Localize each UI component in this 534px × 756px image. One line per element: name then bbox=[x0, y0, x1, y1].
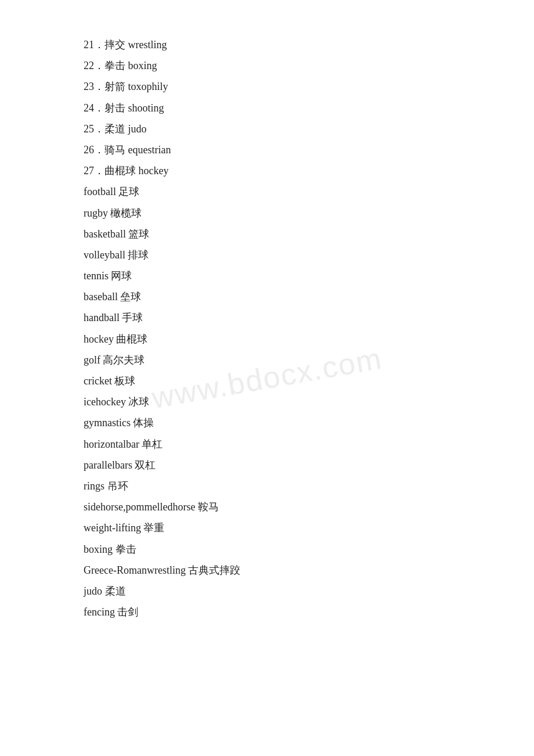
plain-list-item: tennis 网球 bbox=[84, 266, 450, 286]
numbered-list-item: 23．射箭 toxophily bbox=[84, 77, 450, 96]
plain-list-item: basketball 篮球 bbox=[84, 224, 450, 244]
plain-list-item: boxing 拳击 bbox=[84, 539, 450, 559]
plain-list-item: handball 手球 bbox=[84, 308, 450, 327]
numbered-list-item: 26．骑马 equestrian bbox=[84, 140, 450, 160]
plain-list-item: football 足球 bbox=[84, 182, 450, 201]
numbered-list: 21．摔交 wrestling22．拳击 boxing23．射箭 toxophi… bbox=[84, 35, 450, 181]
page-content: 21．摔交 wrestling22．拳击 boxing23．射箭 toxophi… bbox=[0, 0, 534, 658]
plain-list-item: rings 吊环 bbox=[84, 476, 450, 496]
plain-list-item: horizontalbar 单杠 bbox=[84, 434, 450, 454]
plain-list-item: cricket 板球 bbox=[84, 371, 450, 391]
plain-list-item: sidehorse,pommelledhorse 鞍马 bbox=[84, 497, 450, 517]
plain-list-item: hockey 曲棍球 bbox=[84, 329, 450, 349]
plain-list-item: golf 高尔夫球 bbox=[84, 350, 450, 370]
plain-list-item: weight-lifting 举重 bbox=[84, 518, 450, 538]
numbered-list-item: 25．柔道 judo bbox=[84, 119, 450, 139]
plain-list-item: parallelbars 双杠 bbox=[84, 455, 450, 475]
plain-list-item: baseball 垒球 bbox=[84, 287, 450, 307]
numbered-list-item: 21．摔交 wrestling bbox=[84, 35, 450, 55]
numbered-list-item: 27．曲棍球 hockey bbox=[84, 161, 450, 181]
plain-list-item: icehockey 冰球 bbox=[84, 392, 450, 412]
numbered-list-item: 22．拳击 boxing bbox=[84, 56, 450, 75]
plain-list-item: Greece-Romanwrestling 古典式摔跤 bbox=[84, 560, 450, 580]
numbered-list-item: 24．射击 shooting bbox=[84, 98, 450, 118]
plain-list-item: fencing 击剑 bbox=[84, 602, 450, 622]
plain-list-item: volleyball 排球 bbox=[84, 245, 450, 265]
plain-list-item: gymnastics 体操 bbox=[84, 413, 450, 433]
plain-list-item: rugby 橄榄球 bbox=[84, 203, 450, 223]
plain-list: football 足球rugby 橄榄球basketball 篮球volleyb… bbox=[84, 182, 450, 622]
plain-list-item: judo 柔道 bbox=[84, 581, 450, 601]
